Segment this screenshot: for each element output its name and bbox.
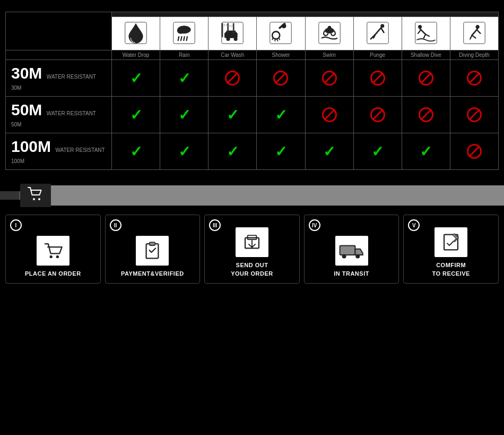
cell-2-6: ✓ <box>402 133 450 170</box>
sp-bar-fill <box>51 185 504 206</box>
steps-section: I PLACE AN ORDER II PAYMENT&VERIFIED III… <box>0 207 504 289</box>
waterproof-section: Water DropRainCar WashShowerSwimPungeSha… <box>0 12 504 170</box>
svg-line-5 <box>184 36 185 41</box>
cell-1-6 <box>402 97 450 133</box>
col-label-6: Shallow Dive <box>402 50 450 60</box>
svg-point-26 <box>327 26 331 30</box>
step-num-1: I <box>10 219 22 231</box>
cell-0-1: ✓ <box>160 60 208 97</box>
icon-cell-5 <box>353 17 402 50</box>
cell-1-0: ✓ <box>112 97 160 133</box>
cell-1-3: ✓ <box>257 97 305 133</box>
svg-rect-29 <box>367 22 388 44</box>
col-label-0: Water Drop <box>112 50 160 60</box>
svg-line-4 <box>181 36 182 41</box>
cell-2-0: ✓ <box>112 133 160 170</box>
step-label-4: IN TRANSIT <box>334 270 369 278</box>
top-banner <box>0 0 504 12</box>
what-is-label <box>6 12 112 50</box>
shopping-cart-icon <box>20 184 51 207</box>
cell-2-5: ✓ <box>353 133 402 170</box>
cell-1-2: ✓ <box>208 97 257 133</box>
step-3: III SEND OUTYOUR ORDER <box>204 215 300 284</box>
icon-cell-0 <box>112 17 160 50</box>
cell-2-3: ✓ <box>257 133 305 170</box>
step-num-2: II <box>110 219 121 231</box>
svg-point-10 <box>234 37 238 41</box>
svg-rect-39 <box>150 242 155 245</box>
cell-1-5 <box>353 97 402 133</box>
cell-2-4: ✓ <box>305 133 353 170</box>
svg-rect-12 <box>228 23 229 32</box>
cell-0-6 <box>402 60 450 97</box>
col-label-2: Car Wash <box>208 50 257 60</box>
cell-2-1: ✓ <box>160 133 208 170</box>
col-label-1: Rain <box>160 50 208 60</box>
svg-point-36 <box>49 255 52 258</box>
col-label-5: Punge <box>353 50 402 60</box>
svg-point-2 <box>177 27 185 33</box>
step-1: I PLACE AN ORDER <box>5 215 101 284</box>
icon-cell-7 <box>450 17 498 50</box>
col-label-7: Diving Depth <box>450 50 498 60</box>
shopping-process-label <box>0 191 20 200</box>
icon-cell-2 <box>208 17 257 50</box>
step-label-3: SEND OUTYOUR ORDER <box>231 261 273 278</box>
icon-cell-6 <box>402 17 450 50</box>
row-label-1: 50M WATER RESISTANT 50M <box>6 97 112 133</box>
row-label-2: 100M WATER RESISTANT 100M <box>6 133 112 170</box>
svg-rect-42 <box>340 245 355 255</box>
step-num-5: V <box>408 219 420 231</box>
cell-0-7 <box>450 60 498 97</box>
icon-cell-3 <box>257 17 305 50</box>
cell-0-0: ✓ <box>112 60 160 97</box>
icon-cell-4 <box>305 17 353 50</box>
icon-cell-1 <box>160 17 208 50</box>
col-label-4: Swim <box>305 50 353 60</box>
step-num-3: III <box>209 219 221 231</box>
step-2: II PAYMENT&VERIFIED <box>105 215 201 284</box>
cell-1-1: ✓ <box>160 97 208 133</box>
cell-0-4 <box>305 60 353 97</box>
cell-2-2: ✓ <box>208 133 257 170</box>
svg-point-37 <box>56 255 58 258</box>
cell-0-5 <box>353 60 402 97</box>
cell-0-3 <box>257 60 305 97</box>
svg-point-35 <box>38 198 40 200</box>
svg-line-6 <box>187 36 188 41</box>
svg-line-3 <box>178 36 179 41</box>
svg-point-44 <box>355 254 360 258</box>
waterproof-table: Water DropRainCar WashShowerSwimPungeSha… <box>5 12 499 170</box>
svg-rect-13 <box>233 23 234 33</box>
step-label-2: PAYMENT&VERIFIED <box>121 270 184 278</box>
note-section <box>0 170 504 180</box>
cell-1-4 <box>305 97 353 133</box>
cell-2-7 <box>450 133 498 170</box>
step-num-4: IV <box>309 219 320 231</box>
svg-point-34 <box>33 198 35 200</box>
step-label-5: COMFIRMTO RECEIVE <box>432 261 470 278</box>
row-label-0: 30M WATER RESISTANT 30M <box>6 60 112 97</box>
shopping-process-bar <box>0 184 504 207</box>
cell-0-2 <box>208 60 257 97</box>
col-label-3: Shower <box>257 50 305 60</box>
step-label-1: PLACE AN ORDER <box>25 270 81 278</box>
step-4: IV IN TRANSIT <box>304 215 399 284</box>
conditions-header <box>112 12 499 17</box>
step-5: V COMFIRMTO RECEIVE <box>403 215 499 284</box>
svg-point-43 <box>342 254 346 258</box>
svg-point-9 <box>227 37 230 41</box>
cell-1-7 <box>450 97 498 133</box>
